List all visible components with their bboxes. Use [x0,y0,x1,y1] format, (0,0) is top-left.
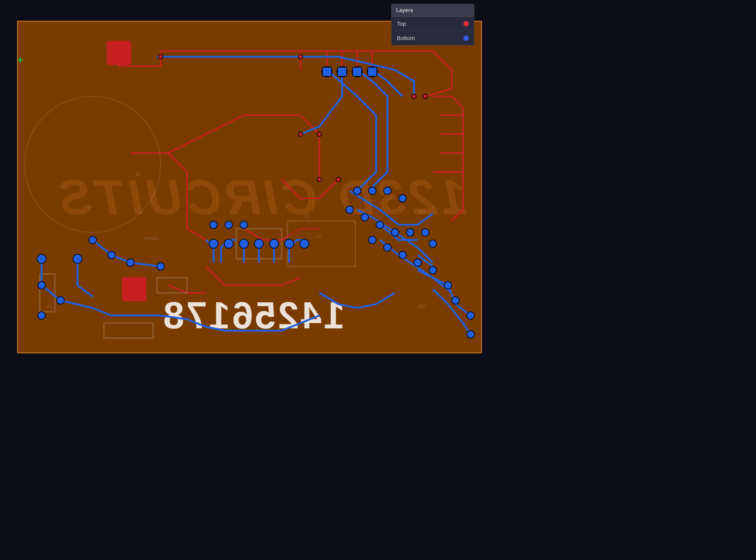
layer-bottom-label: Bottom [397,35,415,41]
pcb-board[interactable]: 123D CIRCUITS 14256178 [17,21,482,353]
layer-bottom-dot[interactable] [463,36,469,41]
crosshair-icon [17,54,23,66]
main-canvas: 123D CIRCUITS 14256178 [0,0,756,560]
layer-top-dot[interactable] [463,21,469,26]
layer-item-top[interactable]: Top [392,17,474,31]
serial-number: 14256178 [161,294,345,337]
layer-item-bottom[interactable]: Bottom [392,31,474,45]
watermark-text: 123D CIRCUITS [56,169,468,226]
layer-top-label: Top [397,20,406,27]
layer-panel: Layers Top Bottom [391,4,474,45]
layer-panel-title: Layers [392,4,474,17]
